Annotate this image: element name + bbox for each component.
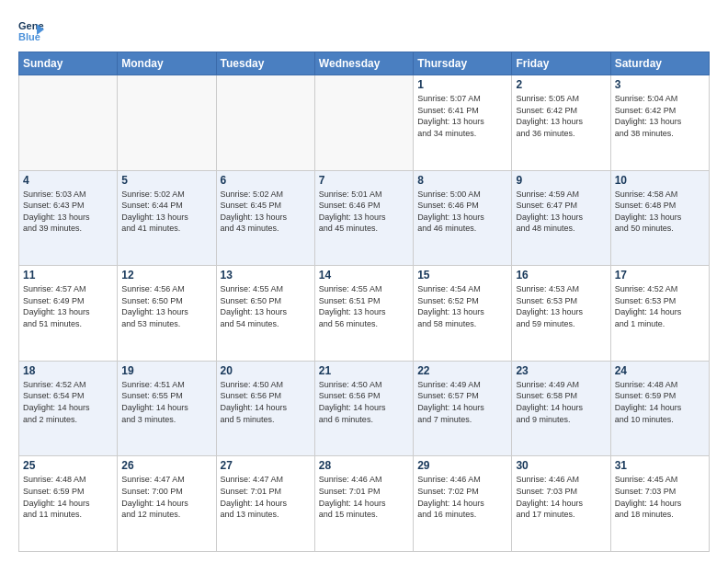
calendar-cell: 23Sunrise: 4:49 AM Sunset: 6:58 PM Dayli… — [512, 361, 610, 456]
day-number: 22 — [417, 364, 507, 377]
day-info: Sunrise: 4:50 AM Sunset: 6:56 PM Dayligh… — [319, 379, 409, 425]
calendar-cell: 16Sunrise: 4:53 AM Sunset: 6:53 PM Dayli… — [512, 266, 610, 362]
day-number: 11 — [23, 269, 113, 282]
weekday-header-friday: Friday — [512, 52, 610, 75]
day-info: Sunrise: 5:01 AM Sunset: 6:46 PM Dayligh… — [319, 189, 409, 235]
calendar-week-1: 1Sunrise: 5:07 AM Sunset: 6:41 PM Daylig… — [19, 75, 710, 171]
calendar-cell: 5Sunrise: 5:02 AM Sunset: 6:44 PM Daylig… — [118, 170, 216, 266]
calendar-cell — [118, 75, 216, 171]
day-number: 20 — [221, 364, 311, 377]
day-number: 14 — [319, 269, 409, 282]
logo-icon: General Blue — [18, 17, 44, 42]
weekday-header-sunday: Sunday — [19, 52, 118, 75]
page-header: General Blue — [18, 17, 710, 42]
day-info: Sunrise: 4:45 AM Sunset: 7:03 PM Dayligh… — [615, 474, 705, 520]
day-info: Sunrise: 4:54 AM Sunset: 6:52 PM Dayligh… — [417, 283, 507, 329]
calendar-cell: 29Sunrise: 4:46 AM Sunset: 7:02 PM Dayli… — [414, 456, 512, 552]
day-number: 12 — [121, 269, 211, 282]
day-number: 3 — [615, 78, 705, 91]
day-number: 25 — [23, 459, 113, 472]
calendar-cell: 26Sunrise: 4:47 AM Sunset: 7:00 PM Dayli… — [118, 456, 216, 552]
day-number: 1 — [417, 78, 507, 91]
day-info: Sunrise: 4:57 AM Sunset: 6:49 PM Dayligh… — [23, 283, 113, 329]
calendar-cell: 10Sunrise: 4:58 AM Sunset: 6:48 PM Dayli… — [610, 170, 709, 266]
weekday-header-monday: Monday — [118, 52, 216, 75]
calendar-week-3: 11Sunrise: 4:57 AM Sunset: 6:49 PM Dayli… — [19, 266, 710, 362]
day-info: Sunrise: 4:48 AM Sunset: 6:59 PM Dayligh… — [23, 474, 113, 520]
day-info: Sunrise: 4:48 AM Sunset: 6:59 PM Dayligh… — [615, 379, 705, 425]
calendar-cell: 27Sunrise: 4:47 AM Sunset: 7:01 PM Dayli… — [216, 456, 314, 552]
day-number: 5 — [121, 174, 211, 187]
calendar-cell: 15Sunrise: 4:54 AM Sunset: 6:52 PM Dayli… — [414, 266, 512, 362]
day-number: 16 — [516, 269, 606, 282]
day-info: Sunrise: 5:03 AM Sunset: 6:43 PM Dayligh… — [23, 189, 113, 235]
calendar-cell: 20Sunrise: 4:50 AM Sunset: 6:56 PM Dayli… — [216, 361, 314, 456]
day-number: 6 — [221, 174, 311, 187]
calendar-table: SundayMondayTuesdayWednesdayThursdayFrid… — [18, 52, 710, 552]
calendar-cell: 4Sunrise: 5:03 AM Sunset: 6:43 PM Daylig… — [19, 170, 118, 266]
day-number: 18 — [23, 364, 113, 377]
day-number: 23 — [516, 364, 606, 377]
day-info: Sunrise: 4:52 AM Sunset: 6:53 PM Dayligh… — [615, 283, 705, 329]
calendar-cell: 18Sunrise: 4:52 AM Sunset: 6:54 PM Dayli… — [19, 361, 118, 456]
day-info: Sunrise: 4:46 AM Sunset: 7:03 PM Dayligh… — [516, 474, 606, 520]
day-info: Sunrise: 5:05 AM Sunset: 6:42 PM Dayligh… — [516, 93, 606, 139]
calendar-cell — [19, 75, 118, 171]
day-info: Sunrise: 4:56 AM Sunset: 6:50 PM Dayligh… — [121, 283, 211, 329]
calendar-cell: 12Sunrise: 4:56 AM Sunset: 6:50 PM Dayli… — [118, 266, 216, 362]
calendar-cell: 30Sunrise: 4:46 AM Sunset: 7:03 PM Dayli… — [512, 456, 610, 552]
day-info: Sunrise: 4:47 AM Sunset: 7:00 PM Dayligh… — [121, 474, 211, 520]
calendar-cell: 17Sunrise: 4:52 AM Sunset: 6:53 PM Dayli… — [610, 266, 709, 362]
calendar-week-2: 4Sunrise: 5:03 AM Sunset: 6:43 PM Daylig… — [19, 170, 710, 266]
day-number: 19 — [121, 364, 211, 377]
calendar-cell: 31Sunrise: 4:45 AM Sunset: 7:03 PM Dayli… — [610, 456, 709, 552]
day-info: Sunrise: 4:50 AM Sunset: 6:56 PM Dayligh… — [221, 379, 311, 425]
day-number: 8 — [417, 174, 507, 187]
day-info: Sunrise: 4:58 AM Sunset: 6:48 PM Dayligh… — [615, 189, 705, 235]
day-number: 9 — [516, 174, 606, 187]
weekday-header-tuesday: Tuesday — [216, 52, 314, 75]
calendar-cell: 25Sunrise: 4:48 AM Sunset: 6:59 PM Dayli… — [19, 456, 118, 552]
day-number: 13 — [221, 269, 311, 282]
day-number: 30 — [516, 459, 606, 472]
day-info: Sunrise: 4:49 AM Sunset: 6:58 PM Dayligh… — [516, 379, 606, 425]
day-number: 24 — [615, 364, 705, 377]
calendar-cell: 3Sunrise: 5:04 AM Sunset: 6:42 PM Daylig… — [610, 75, 709, 171]
day-info: Sunrise: 4:55 AM Sunset: 6:50 PM Dayligh… — [221, 283, 311, 329]
calendar-cell: 24Sunrise: 4:48 AM Sunset: 6:59 PM Dayli… — [610, 361, 709, 456]
calendar-cell: 8Sunrise: 5:00 AM Sunset: 6:46 PM Daylig… — [414, 170, 512, 266]
day-number: 15 — [417, 269, 507, 282]
calendar-cell: 11Sunrise: 4:57 AM Sunset: 6:49 PM Dayli… — [19, 266, 118, 362]
calendar-cell: 19Sunrise: 4:51 AM Sunset: 6:55 PM Dayli… — [118, 361, 216, 456]
calendar-cell: 21Sunrise: 4:50 AM Sunset: 6:56 PM Dayli… — [314, 361, 413, 456]
day-info: Sunrise: 4:46 AM Sunset: 7:02 PM Dayligh… — [417, 474, 507, 520]
logo: General Blue — [18, 17, 48, 42]
day-info: Sunrise: 4:46 AM Sunset: 7:01 PM Dayligh… — [319, 474, 409, 520]
calendar-cell: 28Sunrise: 4:46 AM Sunset: 7:01 PM Dayli… — [314, 456, 413, 552]
day-info: Sunrise: 5:07 AM Sunset: 6:41 PM Dayligh… — [417, 93, 507, 139]
day-number: 7 — [319, 174, 409, 187]
calendar-cell: 13Sunrise: 4:55 AM Sunset: 6:50 PM Dayli… — [216, 266, 314, 362]
day-info: Sunrise: 5:04 AM Sunset: 6:42 PM Dayligh… — [615, 93, 705, 139]
calendar-week-5: 25Sunrise: 4:48 AM Sunset: 6:59 PM Dayli… — [19, 456, 710, 552]
day-number: 28 — [319, 459, 409, 472]
day-number: 10 — [615, 174, 705, 187]
calendar-cell: 6Sunrise: 5:02 AM Sunset: 6:45 PM Daylig… — [216, 170, 314, 266]
day-number: 4 — [23, 174, 113, 187]
day-number: 17 — [615, 269, 705, 282]
day-info: Sunrise: 5:02 AM Sunset: 6:45 PM Dayligh… — [221, 189, 311, 235]
day-number: 29 — [417, 459, 507, 472]
day-number: 21 — [319, 364, 409, 377]
day-number: 27 — [221, 459, 311, 472]
weekday-header-wednesday: Wednesday — [314, 52, 413, 75]
calendar-cell: 2Sunrise: 5:05 AM Sunset: 6:42 PM Daylig… — [512, 75, 610, 171]
calendar-cell — [314, 75, 413, 171]
day-number: 2 — [516, 78, 606, 91]
day-info: Sunrise: 4:47 AM Sunset: 7:01 PM Dayligh… — [221, 474, 311, 520]
calendar-header-row: SundayMondayTuesdayWednesdayThursdayFrid… — [19, 52, 710, 75]
day-info: Sunrise: 4:51 AM Sunset: 6:55 PM Dayligh… — [121, 379, 211, 425]
day-number: 31 — [615, 459, 705, 472]
calendar-cell: 1Sunrise: 5:07 AM Sunset: 6:41 PM Daylig… — [414, 75, 512, 171]
calendar-cell: 7Sunrise: 5:01 AM Sunset: 6:46 PM Daylig… — [314, 170, 413, 266]
day-info: Sunrise: 5:00 AM Sunset: 6:46 PM Dayligh… — [417, 189, 507, 235]
